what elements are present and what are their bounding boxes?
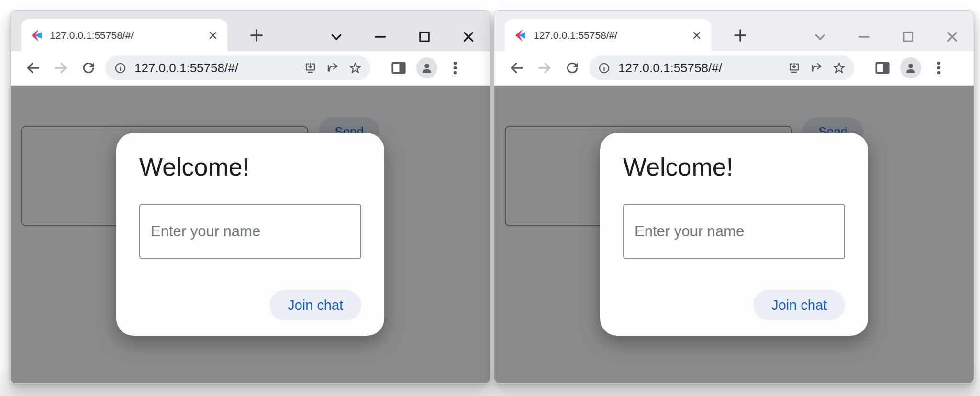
new-tab-icon[interactable] — [732, 27, 748, 44]
url-text[interactable]: 127.0.0.1:55758/#/ — [134, 61, 304, 76]
toolbar-right-actions — [874, 57, 947, 78]
welcome-dialog: Welcome! Join chat — [116, 133, 384, 336]
maximize-icon[interactable] — [900, 29, 916, 45]
site-favicon-icon — [513, 29, 527, 42]
share-icon[interactable] — [810, 62, 823, 75]
address-bar[interactable]: 127.0.0.1:55758/#/ — [105, 55, 370, 80]
bookmark-star-icon[interactable] — [349, 62, 362, 75]
name-input[interactable] — [623, 204, 845, 259]
back-icon[interactable] — [509, 60, 525, 76]
reload-icon[interactable] — [564, 60, 580, 76]
info-icon[interactable] — [114, 62, 127, 75]
browser-window-right: 127.0.0.1:55758/#/ 127.0.0.1:55758/#/ — [494, 10, 974, 384]
install-icon[interactable] — [788, 62, 801, 75]
bookmark-star-icon[interactable] — [833, 62, 846, 75]
dialog-title: Welcome! — [139, 152, 361, 182]
back-icon[interactable] — [25, 60, 41, 76]
url-text[interactable]: 127.0.0.1:55758/#/ — [618, 61, 788, 76]
page-content: Send Welcome! Join chat — [11, 86, 490, 383]
site-favicon-icon — [30, 29, 43, 42]
minimize-icon[interactable] — [856, 29, 872, 45]
browser-tab[interactable]: 127.0.0.1:55758/#/ — [21, 19, 227, 51]
maximize-icon[interactable] — [416, 29, 433, 45]
tab-close-icon[interactable] — [207, 30, 219, 41]
page-content: Send Welcome! Join chat — [494, 86, 974, 383]
profile-avatar-icon[interactable] — [416, 57, 437, 78]
side-panel-icon[interactable] — [390, 60, 407, 76]
window-controls — [812, 29, 960, 45]
reload-icon[interactable] — [80, 60, 97, 76]
tab-strip: 127.0.0.1:55758/#/ — [11, 11, 490, 51]
tab-title: 127.0.0.1:55758/#/ — [50, 30, 207, 41]
minimize-icon[interactable] — [372, 29, 389, 45]
window-close-icon[interactable] — [460, 29, 477, 45]
tab-search-chevron-icon[interactable] — [328, 29, 345, 45]
browser-toolbar: 127.0.0.1:55758/#/ — [11, 51, 490, 86]
desktop: 127.0.0.1:55758/#/ 127.0.0.1:55758/#/ — [0, 0, 980, 396]
browser-tab[interactable]: 127.0.0.1:55758/#/ — [505, 19, 711, 51]
name-input[interactable] — [139, 204, 361, 259]
install-icon[interactable] — [304, 62, 317, 75]
side-panel-icon[interactable] — [874, 60, 891, 76]
kebab-menu-icon[interactable] — [931, 60, 947, 76]
join-chat-button[interactable]: Join chat — [269, 290, 361, 320]
forward-icon[interactable] — [53, 60, 69, 76]
join-chat-button[interactable]: Join chat — [753, 290, 845, 320]
browser-toolbar: 127.0.0.1:55758/#/ — [494, 51, 974, 86]
tab-strip: 127.0.0.1:55758/#/ — [494, 11, 974, 51]
address-bar-actions — [304, 62, 362, 75]
window-close-icon[interactable] — [944, 29, 960, 45]
tab-close-icon[interactable] — [691, 30, 702, 41]
tab-search-chevron-icon[interactable] — [812, 29, 828, 45]
browser-window-left: 127.0.0.1:55758/#/ 127.0.0.1:55758/#/ — [10, 10, 490, 384]
profile-avatar-icon[interactable] — [900, 57, 921, 78]
welcome-dialog: Welcome! Join chat — [600, 133, 868, 336]
address-bar[interactable]: 127.0.0.1:55758/#/ — [589, 55, 854, 80]
dialog-title: Welcome! — [623, 152, 845, 182]
share-icon[interactable] — [326, 62, 339, 75]
tab-title: 127.0.0.1:55758/#/ — [534, 30, 691, 41]
info-icon[interactable] — [598, 62, 611, 75]
kebab-menu-icon[interactable] — [447, 60, 463, 76]
toolbar-right-actions — [390, 57, 463, 78]
window-controls — [328, 29, 477, 45]
address-bar-actions — [788, 62, 846, 75]
forward-icon[interactable] — [536, 60, 553, 76]
new-tab-icon[interactable] — [248, 27, 265, 44]
